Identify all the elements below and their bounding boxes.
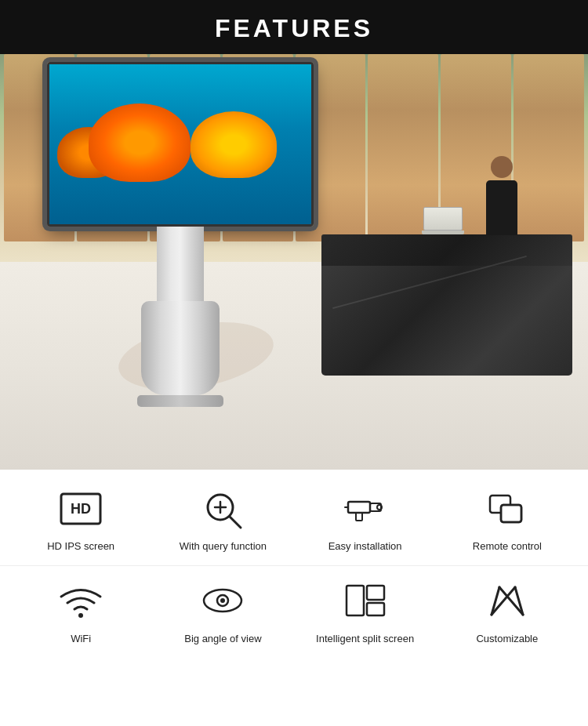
page-title: FEATURES <box>215 14 373 42</box>
split-screen-label: Intelligent split screen <box>316 633 414 646</box>
kiosk-display <box>47 62 329 407</box>
hd-icon: HD <box>53 485 108 532</box>
features-row-2: WiFi Big angle of view Intelligent split… <box>0 570 588 662</box>
split-screen-icon <box>338 578 393 625</box>
feature-wifi: WiFi <box>12 578 150 646</box>
laptop-screen <box>423 207 463 231</box>
stand-neck <box>157 227 204 305</box>
wifi-icon <box>53 578 108 625</box>
person-silhouette <box>478 156 525 250</box>
svg-rect-18 <box>347 586 364 615</box>
kiosk-screen <box>47 62 314 227</box>
customizable-icon <box>480 578 535 625</box>
stand-foot <box>137 395 223 407</box>
svg-point-14 <box>78 613 83 618</box>
feature-split-screen: Intelligent split screen <box>296 578 434 646</box>
feature-remote: Remote control <box>438 485 576 554</box>
wifi-label: WiFi <box>71 633 91 646</box>
features-row-1: HD HD IPS screen With query function <box>0 470 588 561</box>
query-label: With query function <box>180 540 267 554</box>
svg-point-10 <box>377 505 382 510</box>
hero-image <box>0 54 588 470</box>
reception-desk <box>321 234 572 376</box>
view-angle-label: Big angle of view <box>184 633 261 646</box>
svg-line-3 <box>230 517 241 528</box>
svg-rect-8 <box>356 513 362 521</box>
customizable-label: Customizable <box>476 633 538 646</box>
feature-query: With query function <box>154 485 292 554</box>
desk-front <box>321 266 572 376</box>
eye-icon <box>195 578 250 625</box>
feature-customizable: Customizable <box>438 578 576 646</box>
laptop <box>423 207 463 234</box>
svg-rect-20 <box>367 603 384 615</box>
svg-rect-19 <box>367 586 384 600</box>
install-icon <box>338 485 393 532</box>
feature-installation: Easy installation <box>296 485 434 554</box>
svg-text:HD: HD <box>71 501 91 517</box>
installation-label: Easy installation <box>328 540 402 554</box>
search-plus-icon <box>195 485 250 532</box>
remote-icon <box>480 485 535 532</box>
svg-point-17 <box>220 598 225 603</box>
person-body <box>486 180 517 235</box>
svg-rect-6 <box>348 502 370 513</box>
features-header: FEATURES <box>0 0 588 54</box>
hd-ips-label: HD IPS screen <box>47 540 114 554</box>
feature-hd-ips: HD HD IPS screen <box>12 485 150 554</box>
laptop-base <box>422 231 464 234</box>
jellyfish-medium <box>191 111 277 178</box>
row-divider <box>0 565 588 566</box>
remote-label: Remote control <box>473 540 542 554</box>
jellyfish-large <box>89 103 191 182</box>
kiosk-stand <box>141 227 220 407</box>
feature-view-angle: Big angle of view <box>154 578 292 646</box>
svg-rect-12 <box>501 505 521 522</box>
stand-base <box>141 301 220 395</box>
person-head <box>491 156 513 178</box>
